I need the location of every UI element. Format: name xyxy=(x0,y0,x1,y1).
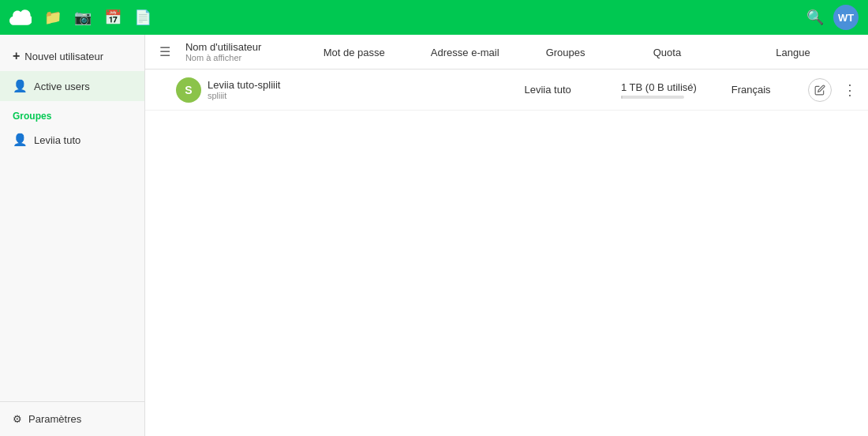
settings-item[interactable]: ⚙ Paramètres xyxy=(0,405,144,433)
col-header-language: Langue xyxy=(769,46,862,58)
col-language-label: Langue xyxy=(776,47,810,58)
navbar-right: 🔍 WT xyxy=(806,5,859,30)
sidebar: + Nouvel utilisateur 👤 Active users Grou… xyxy=(0,35,145,436)
col-quota-label: Quota xyxy=(653,47,681,58)
gear-icon: ⚙ xyxy=(13,413,22,425)
col-name-label: Nom d'utilisateur xyxy=(185,41,311,53)
user-avatar[interactable]: WT xyxy=(833,5,859,30)
quota-text: 1 TB (0 B utilisé) xyxy=(621,81,719,93)
more-options-button[interactable]: ⋮ xyxy=(838,78,862,102)
table-body: S Leviia tuto-spliiit spliiit Leviia tut… xyxy=(145,70,868,436)
active-users-label: Active users xyxy=(34,81,90,92)
cell-language: Français xyxy=(725,84,808,96)
calendar-icon[interactable]: 📅 xyxy=(104,9,122,26)
new-user-label: Nouvel utilisateur xyxy=(24,51,103,62)
user-icon: 👤 xyxy=(13,79,28,93)
cell-groups: Leviia tuto xyxy=(518,84,615,96)
image-icon[interactable]: 📷 xyxy=(74,9,92,26)
files-icon[interactable]: 📄 xyxy=(134,9,152,26)
group-label: Leviia tuto xyxy=(34,134,80,146)
edit-button[interactable] xyxy=(808,78,832,102)
col-header-quota: Quota xyxy=(647,46,769,58)
content-area: ☰ Nom d'utilisateur Nom à afficher Mot d… xyxy=(145,35,868,436)
user-row-avatar: S xyxy=(176,77,201,103)
col-email-label: Adresse e-mail xyxy=(431,47,499,58)
quota-fill xyxy=(621,96,623,99)
folder-icon[interactable]: 📁 xyxy=(44,9,62,26)
navbar-left: 📁 📷 📅 📄 xyxy=(9,6,806,28)
groups-section-label: Groupes xyxy=(0,101,144,125)
sidebar-bottom: ⚙ Paramètres xyxy=(0,401,144,436)
cloud-logo-icon[interactable] xyxy=(9,6,32,28)
col-display-name-label: Nom à afficher xyxy=(185,53,311,62)
col-header-email: Adresse e-mail xyxy=(425,46,540,58)
user-username: Leviia tuto-spliiit xyxy=(208,79,312,91)
settings-label: Paramètres xyxy=(28,413,81,425)
new-user-button[interactable]: + Nouvel utilisateur xyxy=(0,41,144,71)
plus-icon: + xyxy=(13,49,20,63)
sidebar-top: + Nouvel utilisateur 👤 Active users Grou… xyxy=(0,35,144,401)
table-row: S Leviia tuto-spliiit spliiit Leviia tut… xyxy=(145,70,868,111)
user-name-cell: Leviia tuto-spliiit spliiit xyxy=(208,79,318,100)
top-navbar: 📁 📷 📅 📄 🔍 WT xyxy=(0,0,868,35)
cell-quota: 1 TB (0 B utilisé) xyxy=(615,81,725,99)
quota-bar xyxy=(621,96,684,99)
sidebar-item-active-users[interactable]: 👤 Active users xyxy=(0,71,144,101)
user-displayname: spliiit xyxy=(208,91,312,100)
table-header: ☰ Nom d'utilisateur Nom à afficher Mot d… xyxy=(145,35,868,70)
menu-icon[interactable]: ☰ xyxy=(152,44,179,59)
group-icon: 👤 xyxy=(13,133,28,147)
sidebar-item-leviia-tuto[interactable]: 👤 Leviia tuto xyxy=(0,125,144,155)
col-header-name: Nom d'utilisateur Nom à afficher xyxy=(179,41,317,62)
col-password-label: Mot de passe xyxy=(324,47,385,58)
search-icon[interactable]: 🔍 xyxy=(806,9,824,26)
col-header-password: Mot de passe xyxy=(317,46,425,58)
cell-actions: ⋮ xyxy=(808,78,862,102)
main-layout: + Nouvel utilisateur 👤 Active users Grou… xyxy=(0,35,868,436)
col-groups-label: Groupes xyxy=(546,47,586,58)
col-header-groups: Groupes xyxy=(540,46,647,58)
